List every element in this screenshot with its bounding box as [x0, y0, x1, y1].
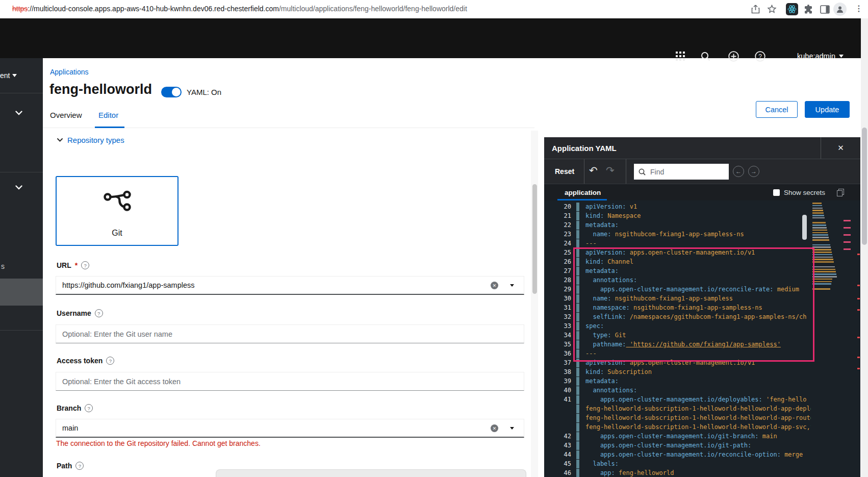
side-panel-icon[interactable]	[819, 4, 830, 15]
find-next-icon[interactable]: →	[748, 166, 759, 177]
form-scrollbar[interactable]	[531, 131, 538, 477]
url-clear-icon[interactable]: ✕	[491, 282, 498, 289]
sidebar-group-chevron-down-icon[interactable]	[15, 183, 22, 192]
cancel-button[interactable]: Cancel	[756, 101, 798, 118]
branch-clear-icon[interactable]: ✕	[491, 424, 498, 432]
sidebar-divider	[0, 93, 43, 93]
required-asterisk: *	[75, 261, 78, 269]
add-circle-icon[interactable]	[728, 51, 739, 62]
branch-input[interactable]	[56, 419, 524, 438]
browser-profile-avatar[interactable]	[833, 3, 847, 16]
branch-field-label: Branch ?	[57, 404, 93, 412]
svg-text:?: ?	[758, 53, 762, 60]
search-icon[interactable]	[700, 51, 711, 62]
editor-scrollbar-thumb[interactable]	[802, 215, 807, 240]
section-toggle-label: Repository types	[67, 136, 124, 144]
react-devtools-extension-icon[interactable]	[786, 3, 798, 15]
browser-menu-kebab-icon[interactable]: ⋮	[855, 4, 863, 13]
help-icon[interactable]: ?	[106, 357, 114, 365]
url-path: /multicloud/applications/feng-helloworld…	[279, 5, 467, 13]
tab-editor[interactable]: Editor	[98, 111, 118, 119]
share-icon[interactable]	[750, 4, 761, 15]
find-input[interactable]	[649, 167, 729, 177]
caret-down-icon	[12, 74, 17, 77]
find-box	[634, 164, 729, 180]
git-branch-icon	[104, 190, 131, 215]
help-icon[interactable]: ?	[95, 309, 103, 317]
toolbar-divider	[584, 159, 584, 184]
path-dropdown-edge	[216, 469, 526, 477]
toolbar-divider	[626, 159, 626, 184]
perspective-label-fragment: ent	[0, 71, 10, 80]
sidebar-nav: ent s	[0, 58, 43, 477]
url-host: ://multicloud-console.apps.app-aws-410-h…	[28, 5, 279, 13]
extensions-puzzle-icon[interactable]	[803, 4, 814, 15]
tab-overview[interactable]: Overview	[50, 111, 82, 119]
show-secrets-checkbox[interactable]	[773, 189, 780, 196]
branch-error-message: The connection to the Git repository fai…	[56, 439, 261, 447]
access-token-field-label: Access token ?	[57, 357, 114, 365]
user-menu-label: kube:admin	[797, 52, 835, 60]
masthead: uster Management for Kubernetes ? kube:a…	[0, 18, 868, 58]
tab-application[interactable]: application	[565, 184, 601, 200]
help-circle-icon[interactable]: ?	[754, 51, 765, 62]
access-token-input[interactable]	[56, 372, 524, 391]
help-icon[interactable]: ?	[75, 462, 84, 470]
page-scrollbar[interactable]	[861, 18, 868, 477]
find-previous-icon[interactable]: ←	[733, 166, 744, 177]
update-button[interactable]: Update	[805, 101, 850, 118]
bookmark-star-icon[interactable]	[766, 4, 777, 15]
page-title: feng-helloworld	[49, 82, 152, 97]
user-menu[interactable]: kube:admin	[797, 52, 844, 60]
url-dropdown-caret-icon[interactable]	[510, 284, 514, 287]
username-field-label: Username ?	[57, 309, 103, 317]
browser-url[interactable]: https://multicloud-console.apps.app-aws-…	[12, 5, 467, 13]
copy-icon[interactable]	[837, 189, 844, 196]
yaml-panel-title: Application YAML	[552, 137, 617, 159]
yaml-toggle[interactable]	[161, 87, 182, 97]
yaml-panel-tabs: application Show secrets	[544, 184, 860, 200]
editor-overview-ruler	[857, 200, 860, 477]
app-launcher-grid-icon[interactable]	[675, 51, 686, 62]
url-field-label: URL * ?	[57, 261, 89, 269]
help-icon[interactable]: ?	[85, 404, 93, 412]
sidebar-item-selected[interactable]	[0, 279, 43, 306]
sidebar-divider	[0, 330, 43, 331]
url-scheme: https	[12, 5, 28, 13]
git-repository-tile[interactable]: Git	[56, 176, 178, 246]
toggle-knob	[172, 88, 181, 96]
yaml-panel-header: Application YAML ✕	[544, 137, 860, 159]
git-tile-label: Git	[57, 229, 177, 238]
chevron-down-icon	[57, 138, 63, 142]
search-icon	[639, 168, 646, 175]
active-tab-underline	[95, 127, 124, 128]
reset-button[interactable]: Reset	[555, 159, 574, 184]
editor-minimap[interactable]	[811, 200, 857, 477]
help-icon[interactable]: ?	[81, 261, 89, 269]
yaml-toggle-label: YAML: On	[187, 88, 221, 96]
chevron-down-icon	[839, 55, 844, 58]
repository-types-section-toggle[interactable]: Repository types	[57, 136, 124, 144]
form-scrollbar-thumb[interactable]	[532, 184, 537, 294]
sidebar-divider	[0, 172, 43, 172]
yaml-panel-toolbar: Reset ↶ ↷ ← →	[544, 159, 860, 184]
sidebar-group-chevron-down-icon[interactable]	[15, 108, 22, 117]
browser-url-bar[interactable]: https://multicloud-console.apps.app-aws-…	[0, 0, 868, 19]
show-secrets-label[interactable]: Show secrets	[784, 189, 825, 196]
page-scrollbar-thumb[interactable]	[862, 128, 867, 245]
breadcrumb-applications-link[interactable]: Applications	[50, 68, 89, 76]
undo-icon[interactable]: ↶	[589, 164, 598, 177]
username-input[interactable]	[56, 324, 524, 343]
path-field-label: Path ?	[57, 462, 84, 470]
url-input[interactable]	[56, 276, 524, 295]
sidebar-perspective-switcher[interactable]: ent	[0, 71, 17, 80]
branch-dropdown-caret-icon[interactable]	[510, 427, 514, 430]
close-icon[interactable]: ✕	[821, 137, 860, 159]
redo-icon[interactable]: ↷	[606, 164, 615, 177]
sidebar-item-label-fragment: s	[1, 262, 5, 270]
